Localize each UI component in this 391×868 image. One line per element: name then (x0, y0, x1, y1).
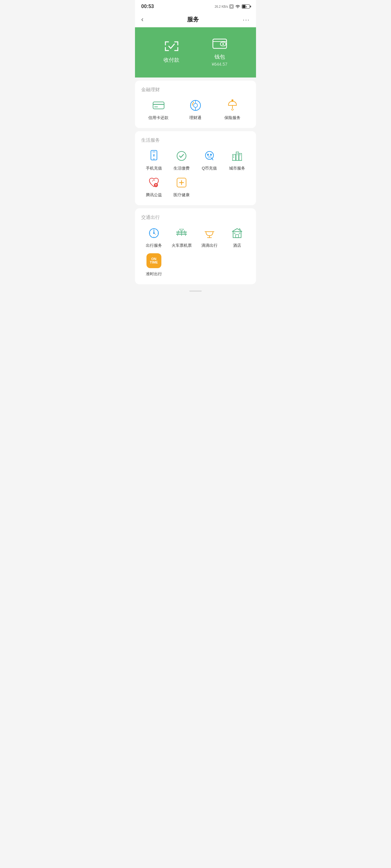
bottom-hint (135, 287, 256, 294)
wallet-label: 钱包 (215, 53, 225, 60)
transport-grid-row1: 出行服务 火车票机票 滴滴 (140, 227, 251, 248)
wifi-icon (235, 4, 241, 9)
city-service-icon (230, 149, 244, 162)
svg-line-51 (177, 230, 178, 236)
svg-point-25 (207, 156, 211, 158)
qcoin-button[interactable]: Q币充值 (196, 149, 223, 171)
pay-icon (164, 40, 180, 53)
svg-point-11 (194, 103, 198, 107)
didi-icon (203, 227, 216, 240)
train-ticket-icon (175, 227, 188, 240)
finance-grid: 信用卡还款 理财通 保险服 (140, 99, 251, 121)
wealth-button[interactable]: 理财通 (177, 99, 214, 121)
travel-service-button[interactable]: 出行服务 (140, 227, 168, 248)
charity-label: 腾讯公益 (146, 192, 162, 198)
medical-label: 医疗健康 (173, 192, 190, 198)
svg-rect-60 (239, 232, 241, 234)
hotel-label: 酒店 (233, 243, 241, 248)
insurance-icon (226, 99, 239, 112)
life-payment-icon (175, 149, 188, 162)
svg-rect-32 (233, 157, 234, 157)
life-grid-row2: 腾讯公益 医疗健康 (140, 176, 251, 198)
svg-rect-35 (240, 154, 241, 155)
svg-point-19 (153, 158, 154, 159)
svg-point-44 (153, 232, 155, 234)
battery-icon: 21 (242, 4, 250, 9)
insurance-button[interactable]: 保险服务 (214, 99, 251, 121)
credit-card-icon (152, 99, 165, 112)
svg-rect-58 (235, 235, 239, 238)
travel-service-icon (147, 227, 161, 240)
status-icons: 26.2 KB/s 21 (215, 4, 250, 9)
wallet-balance: ¥644.57 (212, 62, 227, 67)
life-empty-4 (223, 176, 251, 198)
life-payment-button[interactable]: 生活缴费 (168, 149, 196, 171)
transport-section: 交通出行 出行服务 (135, 208, 256, 284)
didi-label: 滴滴出行 (201, 243, 218, 248)
svg-point-24 (210, 154, 212, 156)
life-grid-row1: ¥ 手机充值 生活缴费 Q币充值 (140, 149, 251, 171)
wallet-button[interactable]: 钱包 ¥644.57 (212, 37, 228, 67)
phone-recharge-label: 手机充值 (146, 165, 162, 171)
didi-button[interactable]: 滴滴出行 (196, 227, 223, 248)
svg-line-53 (185, 230, 186, 236)
network-speed: 26.2 KB/s (215, 5, 228, 8)
finance-section: 金融理财 信用卡还款 理财通 (135, 81, 256, 128)
city-service-button[interactable]: 城市服务 (223, 149, 251, 171)
life-title: 生活服务 (140, 137, 251, 143)
life-empty-3 (196, 176, 223, 198)
nav-bar: ‹ 服务 ··· (135, 12, 256, 27)
svg-rect-59 (234, 232, 235, 234)
charity-button[interactable]: 腾讯公益 (140, 176, 168, 198)
train-ticket-button[interactable]: 火车票机票 (168, 227, 196, 248)
life-section: 生活服务 ¥ 手机充值 生活缴费 (135, 131, 256, 205)
qcoin-label: Q币充值 (202, 165, 217, 171)
ontime-label: 准时出行 (146, 271, 162, 277)
svg-rect-33 (237, 153, 238, 153)
page-title: 服务 (187, 16, 199, 24)
svg-rect-34 (237, 154, 238, 155)
transport-title: 交通出行 (140, 215, 251, 220)
hotel-button[interactable]: 酒店 (223, 227, 251, 248)
svg-point-23 (207, 154, 208, 156)
svg-point-22 (205, 151, 214, 159)
svg-point-16 (231, 99, 233, 101)
phone-recharge-icon: ¥ (147, 149, 161, 162)
medical-icon (175, 176, 188, 189)
transport-empty-4 (223, 253, 251, 277)
green-banner: 收付款 钱包 ¥644.57 (135, 27, 256, 78)
wealth-icon (189, 99, 202, 112)
medical-button[interactable]: 医疗健康 (168, 176, 196, 198)
phone-recharge-button[interactable]: ¥ 手机充值 (140, 149, 168, 171)
qcoin-icon (203, 149, 216, 162)
finance-title: 金融理财 (140, 87, 251, 93)
hotel-icon (230, 227, 244, 240)
svg-point-21 (177, 151, 186, 160)
credit-card-button[interactable]: 信用卡还款 (140, 99, 177, 121)
svg-rect-27 (233, 154, 236, 160)
wealth-label: 理财通 (189, 115, 201, 121)
ontime-badge-icon: ON TIME (146, 253, 161, 268)
svg-rect-3 (213, 39, 226, 49)
transport-empty-2 (168, 253, 196, 277)
city-service-label: 城市服务 (229, 165, 245, 171)
svg-rect-31 (233, 155, 234, 156)
more-button[interactable]: ··· (243, 16, 250, 23)
svg-text:¥: ¥ (153, 153, 155, 157)
wallet-icon (212, 37, 228, 50)
svg-point-5 (222, 43, 224, 45)
back-button[interactable]: ‹ (141, 16, 143, 24)
pay-button[interactable]: 收付款 (164, 40, 180, 64)
x-icon (229, 4, 234, 9)
insurance-label: 保险服务 (224, 115, 241, 121)
charity-icon (147, 176, 161, 189)
travel-service-label: 出行服务 (146, 243, 162, 248)
train-ticket-label: 火车票机票 (172, 243, 192, 248)
transport-grid-row2: ON TIME 准时出行 (140, 253, 251, 277)
transport-empty-3 (196, 253, 223, 277)
credit-card-label: 信用卡还款 (148, 115, 168, 121)
status-time: 00:53 (141, 4, 154, 9)
life-payment-label: 生活缴费 (173, 165, 190, 171)
pay-label: 收付款 (164, 56, 179, 64)
ontime-button[interactable]: ON TIME 准时出行 (140, 253, 168, 277)
